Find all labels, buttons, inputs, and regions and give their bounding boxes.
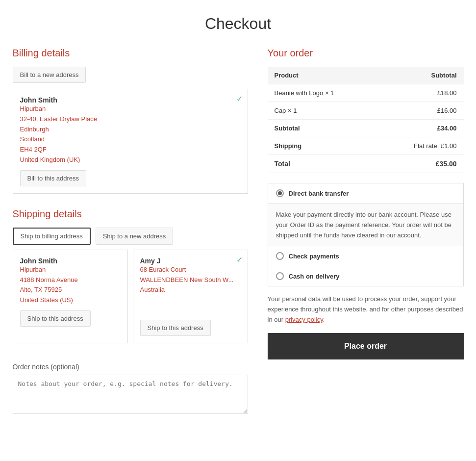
ship-to-address-button-2[interactable]: Ship to this address [140,320,211,336]
place-order-button[interactable]: Place order [268,333,464,359]
ship-options-row: Ship to billing address Ship to a new ad… [13,228,248,245]
shipping-label: Shipping [268,137,378,155]
bill-to-new-address-button[interactable]: Bill to a new address [13,67,86,83]
billing-country: United Kingdom (UK) [20,155,241,165]
cod-label: Cash on delivery [289,273,340,280]
privacy-text: Your personal data will be used to proce… [268,294,464,325]
shipping-line1-2: 68 Eurack Court [140,265,241,275]
shipping-value: Flat rate: £1.00 [378,137,463,155]
billing-city: Edinburgh [20,125,241,135]
ship-to-billing-button[interactable]: Ship to billing address [13,228,91,245]
total-row: Total £35.00 [268,155,464,173]
shipping-address-card-2: ✓ Amy J 68 Eurack Court WALLENDBEEN New … [133,250,248,343]
bill-new-btn-row: Bill to a new address [13,67,248,83]
payment-description: Make your payment directly into our bank… [268,204,463,246]
billing-line1: Hipurban [20,104,241,114]
order-item-1: Beanie with Logo × 1 £18.00 [268,84,464,102]
subtotal-label: Subtotal [268,120,378,137]
item2-product: Cap × 1 [268,102,378,120]
payment-option-check[interactable]: Check payments [268,246,463,266]
shipping-section: Shipping details Ship to billing address… [13,208,248,348]
selected-checkmark: ✓ [236,94,243,103]
billing-section: Billing details Bill to a new address ✓ … [13,48,248,194]
item2-subtotal: £16.00 [378,102,463,120]
subtotal-col-header: Subtotal [378,67,463,84]
payment-section: Direct bank transfer Make your payment d… [268,183,464,286]
order-notes-section: Order notes (optional) [13,363,248,415]
direct-bank-radio[interactable] [276,189,284,197]
shipping-city-state-1: Alto, TX 75925 [20,285,121,295]
order-table: Product Subtotal Beanie with Logo × 1 £1… [268,67,464,173]
shipping-line2-2: WALLENDBEEN New South W... [140,275,241,285]
check-radio[interactable] [276,252,284,260]
shipping-address-card-1: John Smith Hipurban 4188 Norma Avenue Al… [13,250,128,343]
shipping-title: Shipping details [13,208,248,220]
shipping-name-2: Amy J [140,257,241,265]
billing-name: John Smith [20,96,241,104]
page-title: Checkout [0,0,476,48]
order-notes-input[interactable] [13,375,248,414]
bill-to-this-address-button[interactable]: Bill to this address [20,170,87,186]
check-label: Check payments [289,253,339,260]
billing-address-card: ✓ John Smith Hipurban 32-40, Easter Dryl… [13,89,248,194]
total-label: Total [268,155,378,173]
order-item-2: Cap × 1 £16.00 [268,102,464,120]
shipping-row: Shipping Flat rate: £1.00 [268,137,464,155]
total-value: £35.00 [378,155,463,173]
your-order-title: Your order [268,48,464,59]
privacy-policy-link[interactable]: privacy policy [285,316,323,323]
shipping-address-cards: John Smith Hipurban 4188 Norma Avenue Al… [13,250,248,348]
billing-title: Billing details [13,48,248,59]
subtotal-value: £34.00 [378,120,463,137]
shipping-country-2: Australia [140,285,241,295]
shipping-selected-checkmark: ✓ [236,255,243,264]
shipping-country-1: United States (US) [20,295,121,306]
shipping-name-1: John Smith [20,257,121,265]
payment-option-cod[interactable]: Cash on delivery [268,266,463,286]
order-notes-label: Order notes (optional) [13,363,248,371]
billing-postcode: EH4 2QF [20,145,241,155]
ship-to-address-button-1[interactable]: Ship to this address [20,310,91,327]
subtotal-row: Subtotal £34.00 [268,120,464,137]
ship-to-new-address-button[interactable]: Ship to a new address [96,228,174,245]
payment-option-direct-bank[interactable]: Direct bank transfer [268,183,463,204]
item1-product: Beanie with Logo × 1 [268,84,378,102]
shipping-line2-1: 4188 Norma Avenue [20,275,121,285]
item1-subtotal: £18.00 [378,84,463,102]
billing-line2: 32-40, Easter Drylaw Place [20,114,241,125]
cod-radio[interactable] [276,272,284,280]
product-col-header: Product [268,67,378,84]
shipping-line1-1: Hipurban [20,265,121,275]
direct-bank-label: Direct bank transfer [289,190,349,197]
billing-region: Scotland [20,134,241,145]
